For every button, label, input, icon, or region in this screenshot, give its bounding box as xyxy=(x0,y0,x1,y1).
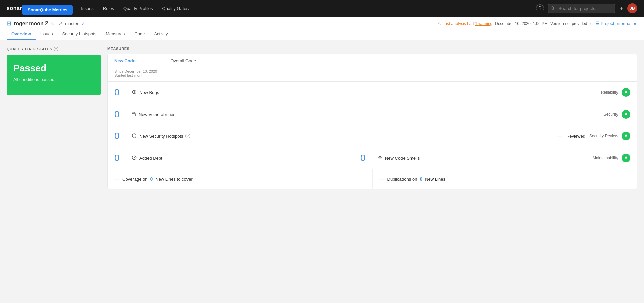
security-grade: A xyxy=(622,110,630,119)
sonarqube-metrics-button[interactable]: SonarQube Metrics xyxy=(22,5,73,15)
maintainability-grade: A xyxy=(622,154,630,162)
project-left: ⊞ roger moon 2 ☆ ⎇ master ✔ xyxy=(7,20,85,27)
tab-issues[interactable]: Issues xyxy=(36,29,58,40)
project-info-link[interactable]: ☰ Project Information xyxy=(595,21,637,26)
nav-issues[interactable]: Issues xyxy=(77,3,98,14)
debt-name: Added Debt xyxy=(132,155,343,161)
coverage-metric: — Coverage on 0 New Lines to cover xyxy=(108,169,373,189)
hotspots-right: Security Review A xyxy=(589,132,630,140)
new-code-since: Since December 10, 2020 Started last mon… xyxy=(108,68,164,81)
tab-overview[interactable]: Overview xyxy=(7,29,36,40)
project-name: roger moon 2 xyxy=(14,20,48,27)
left-panel: QUALITY GATE STATUS ? Passed All conditi… xyxy=(7,47,101,299)
duplications-metric: — Duplications on 0 New Lines xyxy=(373,169,637,189)
duplications-text: Duplications on xyxy=(387,177,417,182)
search-icon xyxy=(551,6,555,10)
quality-gate-card: Passed All conditions passed. xyxy=(7,55,101,95)
svg-line-8 xyxy=(134,158,135,158)
measures-label: MEASURES xyxy=(107,47,637,51)
svg-line-1 xyxy=(553,9,554,10)
duplications-dash: — xyxy=(379,176,385,182)
maintainability-right: Maintainability A xyxy=(593,154,630,162)
list-icon: ☰ xyxy=(595,21,599,26)
coverage-suffix: New Lines to cover xyxy=(155,177,193,182)
warning-badge: ⚠ Last analysis had 1 warning xyxy=(437,21,492,26)
add-button[interactable]: + xyxy=(619,5,623,12)
smells-value: 0 xyxy=(360,153,374,163)
coverage-text: Coverage on xyxy=(122,177,147,182)
nav-links: Projects Issues Rules Quality Profiles Q… xyxy=(52,3,536,14)
bugs-right: Reliability A xyxy=(601,88,630,97)
duplications-suffix: New Lines xyxy=(425,177,445,182)
svg-rect-5 xyxy=(132,114,136,116)
warning-link[interactable]: 1 warning xyxy=(475,21,492,26)
new-code-tab-wrapper: New Code Since December 10, 2020 Started… xyxy=(108,54,164,81)
navbar: sonarqube Projects Issues Rules Quality … xyxy=(0,0,644,17)
quality-gate-info-icon[interactable]: ? xyxy=(54,47,58,51)
hotspots-name: New Security Hotspots ? xyxy=(132,133,553,139)
main-content: QUALITY GATE STATUS ? Passed All conditi… xyxy=(0,40,644,303)
tabs-row: Overview Issues Security Hotspots Measur… xyxy=(7,29,637,40)
bugs-value: 0 xyxy=(114,87,128,98)
wrench-icon xyxy=(378,155,382,161)
tab-activity[interactable]: Activity xyxy=(149,29,172,40)
help-icon[interactable]: ? xyxy=(536,4,544,12)
vulnerabilities-value: 0 xyxy=(114,109,128,120)
bugs-name: New Bugs xyxy=(132,90,597,95)
metric-bugs-row: 0 New Bugs Reliability A xyxy=(108,82,637,103)
measures-card: New Code Since December 10, 2020 Started… xyxy=(107,54,637,189)
duplications-value: 0 xyxy=(420,176,422,182)
tab-code[interactable]: Code xyxy=(129,29,149,40)
nav-rules[interactable]: Rules xyxy=(99,3,118,14)
coverage-value: 0 xyxy=(150,176,153,182)
project-info-label: Project Information xyxy=(601,21,637,26)
project-row: ⊞ roger moon 2 ☆ ⎇ master ✔ ⚠ Last analy… xyxy=(7,17,637,29)
branch-icon: ⎇ xyxy=(58,21,62,26)
project-right: ⚠ Last analysis had 1 warning December 1… xyxy=(437,21,637,26)
star-icon[interactable]: ☆ xyxy=(51,21,55,26)
bottom-metrics: — Coverage on 0 New Lines to cover — Dup… xyxy=(108,169,637,189)
quality-gate-subtitle: All conditions passed. xyxy=(13,77,94,82)
tab-new-code[interactable]: New Code xyxy=(108,54,164,68)
reliability-grade: A xyxy=(622,88,630,97)
version-text: Version not provided xyxy=(550,21,587,26)
home-icon[interactable]: ⌂ xyxy=(590,21,592,26)
code-tabs: New Code Since December 10, 2020 Started… xyxy=(108,54,637,82)
tab-overall-code[interactable]: Overall Code xyxy=(164,54,203,82)
avatar[interactable]: JB xyxy=(627,3,637,13)
nav-quality-profiles[interactable]: Quality Profiles xyxy=(119,3,157,14)
new-code-started: Started last month xyxy=(114,73,157,77)
right-panel: MEASURES New Code Since December 10, 202… xyxy=(107,47,637,299)
nav-quality-gates[interactable]: Quality Gates xyxy=(158,3,193,14)
search-wrap xyxy=(548,4,615,13)
metric-vulnerabilities-row: 0 New Vulnerabilities Security A xyxy=(108,103,637,125)
tab-security-hotspots[interactable]: Security Hotspots xyxy=(57,29,101,40)
hotspots-dash: — xyxy=(557,133,562,139)
warning-icon: ⚠ xyxy=(437,21,441,26)
debt-value: 0 xyxy=(114,153,128,163)
svg-point-4 xyxy=(134,92,135,93)
bug-icon xyxy=(132,90,137,95)
sub-header: ⊞ roger moon 2 ☆ ⎇ master ✔ ⚠ Last analy… xyxy=(0,17,644,40)
shield-icon xyxy=(132,133,137,139)
tabs: Overview Issues Security Hotspots Measur… xyxy=(7,29,173,40)
vulnerabilities-name: New Vulnerabilities xyxy=(132,112,600,117)
reliability-label: Reliability xyxy=(601,90,618,95)
maintainability-label: Maintainability xyxy=(593,156,618,160)
hotspots-info-icon[interactable]: ? xyxy=(185,134,190,138)
lock-icon xyxy=(132,112,136,117)
search-input[interactable] xyxy=(548,4,615,13)
vulnerabilities-right: Security A xyxy=(604,110,630,119)
hotspots-value: 0 xyxy=(114,131,128,141)
project-icon: ⊞ xyxy=(7,20,11,27)
tab-measures[interactable]: Measures xyxy=(101,29,129,40)
security-review-label: Security Review xyxy=(589,134,618,138)
quality-gate-label: QUALITY GATE STATUS ? xyxy=(7,47,101,51)
security-label: Security xyxy=(604,112,618,117)
branch-name: master xyxy=(65,21,78,26)
warning-text: Last analysis had xyxy=(442,21,474,26)
new-code-since-text: Since December 10, 2020 xyxy=(114,69,157,73)
analysis-date: December 10, 2020, 1:06 PM xyxy=(495,21,548,26)
quality-gate-section-label: QUALITY GATE STATUS xyxy=(7,47,52,51)
svg-point-0 xyxy=(551,7,554,9)
